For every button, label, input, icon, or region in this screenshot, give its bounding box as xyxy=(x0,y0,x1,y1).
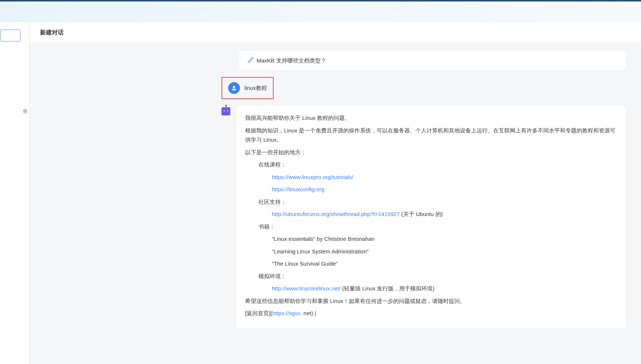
link-linuxpro[interactable]: https://www.linuxpro.org/tutorials/ xyxy=(272,174,353,180)
sidebar: 告 xyxy=(0,22,30,364)
bot-message: 我很高兴能帮助你关于 Linux 教程的问题。 根据我的知识，Linux 是一个… xyxy=(221,106,626,328)
bot-message-body: 我很高兴能帮助你关于 Linux 教程的问题。 根据我的知识，Linux 是一个… xyxy=(236,106,626,328)
sidebar-truncated-text: 告 xyxy=(0,108,29,115)
tinycore-note: (轻量级 Linux 发行版，用于模拟环境) xyxy=(341,285,434,291)
chat-container: MaxKB 支持哪些文档类型？ linux教程 我很高兴能帮助你关于 Linux… xyxy=(30,44,641,328)
svg-point-0 xyxy=(233,86,235,88)
user-message: linux教程 xyxy=(221,77,274,99)
bot-avatar xyxy=(221,107,232,118)
bot-intro-1: 我很高兴能帮助你关于 Linux 教程的问题。 xyxy=(245,113,617,123)
bot-icon xyxy=(221,107,230,115)
sidebar-active-item[interactable] xyxy=(0,30,20,41)
link-return[interactable]: https://xgss xyxy=(272,310,300,316)
section-community: 社区支持： xyxy=(245,197,617,207)
suggestion-text: MaxKB 支持哪些文档类型？ xyxy=(257,57,326,64)
suggestion-card[interactable]: MaxKB 支持哪些文档类型？ xyxy=(239,51,626,70)
header-gradient xyxy=(0,1,641,22)
pencil-icon xyxy=(248,57,254,64)
ubuntu-note: (关于 Ubuntu 的) xyxy=(400,211,443,217)
content-area: 新建对话 MaxKB 支持哪些文档类型？ linux教程 xyxy=(30,22,641,364)
bot-intro-2: 根据我的知识，Linux 是一个免费且开源的操作系统，可以在服务器、个人计算机和… xyxy=(245,126,617,145)
bot-outro: 希望这些信息能帮助你学习和掌握 Linux！如果有任何进一步的问题或疑虑，请随时… xyxy=(245,296,617,306)
page-title: 新建对话 xyxy=(40,29,631,37)
main-container: 告 新建对话 MaxKB 支持哪些文档类型？ linux教程 xyxy=(0,22,641,364)
book-3: "The Linux Survival Guide" xyxy=(245,259,617,269)
section-sim: 模拟环境： xyxy=(245,272,617,281)
user-avatar-icon xyxy=(228,82,240,94)
section-books: 书籍： xyxy=(245,222,617,232)
bot-start-places: 以下是一些开始的地方： xyxy=(245,148,617,157)
link-tinycore[interactable]: http://www.tinycorelinux.net/ xyxy=(272,285,341,291)
book-1: "Linux essentials" by Christine Bresnaha… xyxy=(245,234,617,244)
section-online: 在线课程： xyxy=(245,160,617,169)
book-2: "Learning Linux System Administration" xyxy=(245,247,617,256)
return-home: [返回首页](https://xgss. net) | xyxy=(245,309,617,318)
user-message-text: linux教程 xyxy=(244,85,267,92)
link-linuxconfig[interactable]: https://linuxconfig.org xyxy=(272,186,324,192)
chat-header: 新建对话 xyxy=(30,22,641,44)
link-ubuntuforums[interactable]: http://ubuntuforums.org/showthread.php?t… xyxy=(272,211,400,217)
